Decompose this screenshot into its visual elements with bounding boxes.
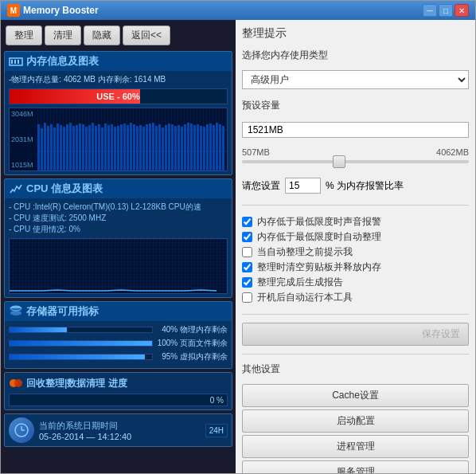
svg-rect-61 <box>213 125 215 170</box>
checkbox-label-2: 当自动整理之前提示我 <box>257 245 353 259</box>
progress-section-body: 回收整理|数据清理 进度 0 % <box>5 373 232 409</box>
storage-icon <box>9 304 23 319</box>
checkbox-1[interactable] <box>242 232 252 242</box>
checkbox-label-1: 内存低于最低限度时自动整理 <box>257 230 381 244</box>
memory-section-header: 内存信息及图表 <box>5 52 232 71</box>
minimize-button[interactable]: ─ <box>423 4 437 17</box>
progress-section: 回收整理|数据清理 进度 0 % <box>4 372 232 410</box>
slider-section: 507MB 4062MB <box>242 147 469 166</box>
svg-rect-54 <box>190 123 193 170</box>
cpu-icon <box>9 182 23 196</box>
slider-thumb[interactable] <box>333 155 345 168</box>
svg-rect-17 <box>72 126 75 170</box>
other-btn-2[interactable]: 进程管理 <box>242 435 469 458</box>
svg-rect-10 <box>50 124 53 170</box>
maximize-button[interactable]: □ <box>439 4 453 17</box>
memory-icon <box>9 54 23 69</box>
toolbar: 整理 清理 隐藏 返回<< <box>4 23 232 48</box>
memory-graph-canvas <box>37 108 227 170</box>
svg-rect-37 <box>136 126 139 170</box>
svg-rect-60 <box>209 123 212 170</box>
svg-rect-69 <box>10 239 227 293</box>
svg-point-75 <box>14 379 22 387</box>
memory-graph-svg <box>37 108 227 170</box>
checkbox-2[interactable] <box>242 247 252 257</box>
datetime-info: 当前的系统日期时间 05-26-2014 — 14:12:40 <box>39 420 201 441</box>
graph-label-1: 1015M <box>11 161 33 169</box>
cpu-graph <box>9 238 228 294</box>
svg-rect-6 <box>37 124 40 170</box>
percentage-row: 请您设置 % 为内存报警比率 <box>242 178 469 194</box>
divider-3 <box>242 354 469 355</box>
svg-rect-15 <box>66 124 68 170</box>
storage-bar-bg-1 <box>9 327 153 333</box>
cpu-graph-svg <box>10 239 227 293</box>
svg-rect-18 <box>76 125 78 170</box>
storage-bar-fill-1 <box>10 327 67 332</box>
progress-title: 回收整理|数据清理 进度 <box>26 377 127 390</box>
svg-rect-32 <box>120 124 123 170</box>
storage-section-body: 40% 物理内存剩余 100% 页面文件剩余 95% 虚拟内存剩余 <box>5 321 232 368</box>
close-button[interactable]: ✕ <box>455 4 469 17</box>
percentage-prefix: 请您设置 <box>242 179 280 193</box>
cpu-info3: - CPU 使用情况: 0% <box>9 224 228 235</box>
svg-rect-7 <box>41 128 43 170</box>
svg-rect-58 <box>203 127 205 170</box>
svg-rect-24 <box>95 126 97 170</box>
user-type-select[interactable]: 高级用户 <box>242 70 469 89</box>
svg-rect-1 <box>11 60 13 64</box>
preset-label: 预设容量 <box>242 99 469 112</box>
title-bar-left: M Memory Booster <box>7 4 99 17</box>
svg-rect-30 <box>114 127 116 170</box>
svg-rect-52 <box>184 124 186 170</box>
memory-section-body: -物理内存总量: 4062 MB 内存剩余: 1614 MB USE - 60%… <box>5 71 232 174</box>
memory-usage-bar: USE - 60% <box>9 88 228 104</box>
checkbox-row-1: 内存低于最低限度时自动整理 <box>242 230 469 244</box>
svg-rect-29 <box>111 124 113 170</box>
svg-rect-44 <box>158 124 161 170</box>
storage-section: 存储器可用指标 40% 物理内存剩余 100% 页面文件剩余 <box>4 301 232 369</box>
organize-button[interactable]: 整理 <box>6 25 42 45</box>
other-btn-0[interactable]: Cache设置 <box>242 384 469 407</box>
svg-rect-50 <box>178 125 180 170</box>
progress-header: 回收整理|数据清理 进度 <box>9 376 228 390</box>
checkbox-0[interactable] <box>242 217 252 227</box>
svg-rect-57 <box>200 126 202 170</box>
svg-rect-3 <box>18 60 19 64</box>
svg-rect-13 <box>60 125 62 170</box>
checkbox-label-5: 开机后自动运行本工具 <box>257 291 353 304</box>
back-button[interactable]: 返回<< <box>123 25 170 45</box>
progress-bar: 0 % <box>9 394 228 406</box>
slider-min-label: 507MB <box>242 147 270 157</box>
storage-bar-fill-2 <box>10 341 152 346</box>
clean-button[interactable]: 清理 <box>45 25 81 45</box>
memory-info: -物理内存总量: 4062 MB 内存剩余: 1614 MB <box>9 74 228 85</box>
other-btn-1[interactable]: 启动配置 <box>242 409 469 433</box>
svg-rect-27 <box>104 123 107 170</box>
slider-track[interactable] <box>242 160 469 163</box>
cpu-section: CPU 信息及图表 - CPU :Intel(R) Celeron(TM)(0.… <box>4 178 232 298</box>
svg-rect-11 <box>53 127 56 170</box>
divider-1 <box>242 205 469 206</box>
checkbox-row-2: 当自动整理之前提示我 <box>242 245 469 259</box>
save-button[interactable]: 保存设置 <box>242 323 469 346</box>
other-btn-3[interactable]: 服务管理 <box>242 460 469 473</box>
slider-labels: 507MB 4062MB <box>242 147 469 157</box>
percentage-input[interactable] <box>285 178 321 194</box>
checkbox-row-5: 开机后自动运行本工具 <box>242 291 469 304</box>
hide-button[interactable]: 隐藏 <box>84 25 120 45</box>
svg-rect-21 <box>85 127 88 170</box>
memory-title: 内存信息及图表 <box>26 54 99 69</box>
preset-value-input[interactable] <box>242 122 469 138</box>
capacity-row <box>242 122 469 138</box>
title-bar: M Memory Booster ─ □ ✕ <box>1 1 475 20</box>
checkbox-4[interactable] <box>242 277 252 288</box>
svg-rect-48 <box>171 124 174 170</box>
percentage-suffix: % 为内存报警比率 <box>326 179 404 193</box>
checkbox-3[interactable] <box>242 262 252 272</box>
clock-icon <box>14 422 29 438</box>
svg-rect-26 <box>101 127 103 170</box>
checkbox-5[interactable] <box>242 292 252 303</box>
svg-rect-14 <box>63 127 65 170</box>
cpu-section-body: - CPU :Intel(R) Celeron(TM)(0.13) L2-128… <box>5 198 232 297</box>
